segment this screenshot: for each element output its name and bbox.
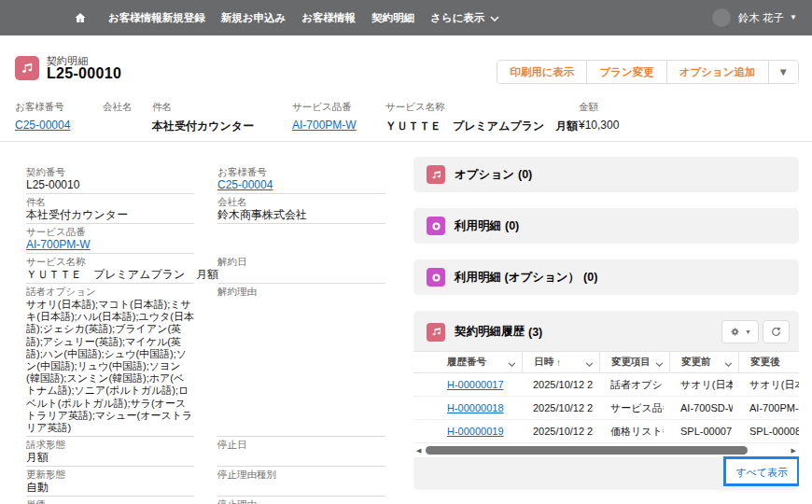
column-header-history-number[interactable]: 履歴番号 [413,352,522,372]
related-lists: オプション (0) 利用明細 (0) 利用明細 (オプション） (0) 契約明細… [413,157,799,490]
history-record-link[interactable]: H-00000018 [447,402,504,413]
related-list-usage[interactable]: 利用明細 (0) [413,208,799,244]
nav-tab-label: お客様情報新規登録 [108,11,205,25]
column-label: 日時 [534,356,553,369]
field-value: L25-00010 [26,179,194,191]
field-speaker-options: 話者オプション サオリ(日本語);マコト(日本語);ミサキ(日本語);ハル(日本… [26,284,194,437]
highlight-amount: 金額 ¥10,300 [579,101,619,132]
chevron-down-icon [508,354,516,371]
field-value: 本社受付カウンター [26,209,194,221]
settings-button[interactable]: ▼ [721,320,759,343]
cell-after: サオリ(日本 [749,378,799,392]
history-row: H-00000019 2025/10/12 23:... 価格リスト番号 SPL… [413,420,799,443]
field-value [217,482,385,494]
field-empty-slot [217,224,385,254]
field-value: サオリ(日本語);マコト(日本語);ミサキ(日本語);ハル(日本語);ユウタ(日… [26,299,194,434]
column-label: 履歴番号 [447,356,486,369]
field-value [217,452,385,464]
nav-more-menu[interactable]: さらに表示 [430,11,499,25]
field-stop-reason-type: 停止理由種別 [217,467,385,497]
chevron-down-icon [585,354,594,371]
history-record-link[interactable]: H-00000019 [447,426,504,437]
add-option-button[interactable]: オプション追加 [666,61,768,83]
nav-tab-new-application[interactable]: 新規お申込み [221,11,287,25]
cell-datetime: 2025/10/12 23:... [533,402,594,413]
field-billing-type: 請求形態 月額 [26,437,194,467]
field-label: 会社名 [103,101,133,114]
field-renewal-type: 更新形態 自動 [26,467,194,497]
related-list-count: (0) [583,271,597,284]
field-stop-reason: 停止理由 [217,497,385,504]
related-list-title: 契約明細履歴 [455,324,525,340]
history-footer: すべて表示 [413,457,799,490]
home-icon[interactable] [73,10,88,25]
scroll-left-icon[interactable]: ◀ [416,446,421,455]
contract-record-icon [15,56,39,80]
related-list-history: 契約明細履歴 (3) ▼ [413,311,799,490]
field-label: 単価 [26,498,194,504]
field-value: 本社受付カウンター [152,119,254,134]
field-label: 契約番号 [26,166,194,177]
service-code-link[interactable]: AI-700PM-W [26,238,91,251]
chevron-down-icon [724,354,733,371]
music-note-icon [20,61,35,76]
field-label: 停止理由種別 [217,469,385,480]
cell-after: SPL-00008 [749,426,799,437]
related-list-title: 利用明細 [455,218,501,234]
horizontal-scrollbar: ◀ ▶ [413,443,799,457]
related-list-title: 利用明細 (オプション） [455,270,580,286]
column-header-datetime[interactable]: 日時 ↑ [522,352,599,372]
related-list-count: (0) [505,219,519,232]
highlights-panel: お客様番号 C25-00004 会社名 件名 本社受付カウンター サービス品番 … [0,101,812,140]
column-label: 変更項目 [611,356,651,369]
scrollbar-thumb[interactable] [426,446,748,455]
field-label: 件名 [152,101,254,114]
more-actions-button[interactable]: ▼ [768,61,798,83]
field-label: サービス名称 [385,101,578,114]
field-label: サービス名称 [26,256,194,267]
donut-icon [427,268,445,287]
sort-ascending-icon: ↑ [556,357,561,368]
field-cancel-reason: 解約理由 [217,284,385,437]
nav-tab-customer-new[interactable]: お客様情報新規登録 [108,11,205,25]
column-header-after[interactable]: 変更後 [738,352,799,372]
related-list-usage-option[interactable]: 利用明細 (オプション） (0) [413,259,799,295]
related-list-count: (3) [528,326,542,339]
column-label: 変更前 [681,356,711,369]
customer-number-link[interactable]: C25-00004 [15,119,70,132]
service-code-link[interactable]: AI-700PM-W [292,119,357,132]
column-header-before[interactable]: 変更前 [669,352,738,372]
avatar [712,8,731,27]
nav-tab-contract-detail[interactable]: 契約明細 [371,11,414,25]
nav-tab-label: 新規お申込み [221,11,287,25]
field-value: ¥10,300 [579,119,619,132]
nav-tab-customer-info[interactable]: お客様情報 [301,11,356,25]
history-record-link[interactable]: H-00000017 [447,379,504,390]
related-list-options[interactable]: オプション (0) [413,157,799,192]
plan-change-button[interactable]: プラン変更 [586,61,665,83]
cell-before: AI-700SD-W Ｙ... [680,401,733,415]
view-all-button[interactable]: すべて表示 [723,456,799,486]
scroll-right-icon[interactable]: ▶ [791,446,796,455]
field-value [217,299,385,311]
field-label: 更新形態 [26,469,194,480]
record-actions: 印刷用に表示 プラン変更 オプション追加 ▼ [497,60,799,84]
donut-icon [427,217,445,235]
chevron-down-icon [655,354,664,371]
caret-down-icon: ▼ [745,329,751,335]
refresh-icon [770,326,782,338]
record-header: 契約明細 L25-00010 印刷用に表示 プラン変更 オプション追加 ▼ お客… [0,35,812,142]
refresh-button[interactable] [763,320,790,343]
field-label: お客様番号 [217,166,385,177]
page-title: L25-00010 [47,65,121,82]
nav-tab-label: お客様情報 [301,11,356,25]
history-row: H-00000017 2025/10/12 23:... 話者オプション サオリ… [413,373,799,397]
field-value: 自動 [26,482,194,494]
nav-tab-label: 契約明細 [371,11,414,25]
customer-number-link[interactable]: C25-00004 [217,178,273,191]
column-header-changed-field[interactable]: 変更項目 [599,352,669,372]
history-header: 契約明細履歴 (3) ▼ [413,311,799,351]
print-view-button[interactable]: 印刷用に表示 [497,61,586,83]
related-list-title: オプション [455,167,514,183]
user-menu[interactable]: 鈴木 花子 ▼ [712,8,812,27]
